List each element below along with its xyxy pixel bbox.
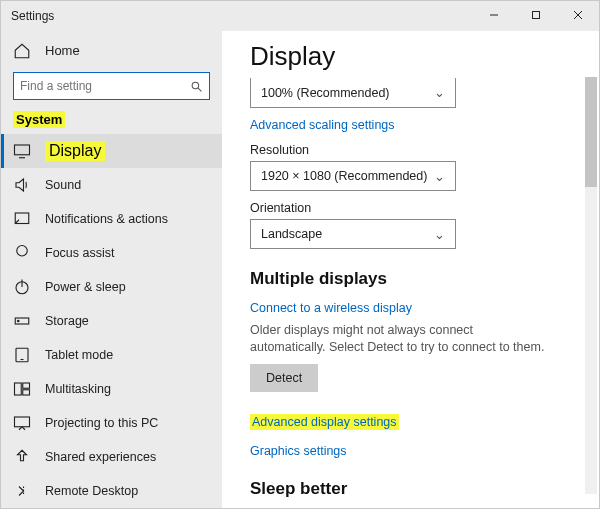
nav-label: Shared experiences (45, 450, 156, 464)
nav-label: Remote Desktop (45, 484, 138, 498)
display-icon (13, 142, 31, 160)
orientation-label: Orientation (250, 201, 571, 215)
svg-rect-17 (23, 390, 30, 395)
svg-rect-6 (15, 145, 30, 155)
home-nav[interactable]: Home (1, 37, 222, 64)
nav-item-storage[interactable]: Storage (1, 304, 222, 338)
nav-item-power[interactable]: Power & sleep (1, 270, 222, 304)
chevron-down-icon: ⌄ (434, 169, 445, 184)
content: Home System Display Sound Notifications … (1, 31, 599, 508)
share-icon (13, 448, 31, 466)
orientation-dropdown[interactable]: Landscape ⌄ (250, 219, 456, 249)
advanced-scaling-link[interactable]: Advanced scaling settings (250, 118, 395, 132)
category-wrap: System (1, 110, 222, 128)
adv-display-wrap: Advanced display settings (250, 410, 571, 430)
scale-dropdown[interactable]: 100% (Recommended) ⌄ (250, 78, 456, 108)
tablet-icon (13, 346, 31, 364)
nav-list: Display Sound Notifications & actions Fo… (1, 134, 222, 508)
main-panel: Display 100% (Recommended) ⌄ Advanced sc… (222, 31, 599, 508)
search-input[interactable] (14, 79, 183, 93)
titlebar: Settings (1, 1, 599, 31)
wireless-display-link[interactable]: Connect to a wireless display (250, 301, 412, 315)
svg-point-12 (18, 320, 20, 322)
multitask-icon (13, 380, 31, 398)
settings-window: Settings Home System (0, 0, 600, 509)
sidebar: Home System Display Sound Notifications … (1, 31, 222, 508)
nav-label: Sound (45, 178, 81, 192)
scrollbar-track (585, 77, 597, 494)
nav-item-multitasking[interactable]: Multitasking (1, 372, 222, 406)
minimize-button[interactable] (473, 1, 515, 29)
svg-line-5 (198, 88, 201, 91)
detect-button[interactable]: Detect (250, 364, 318, 392)
page-title: Display (250, 41, 571, 72)
graphics-settings-link[interactable]: Graphics settings (250, 444, 347, 458)
nav-label: Notifications & actions (45, 212, 168, 226)
category-label: System (13, 111, 65, 128)
scrollbar[interactable] (585, 65, 597, 506)
nav-item-shared[interactable]: Shared experiences (1, 440, 222, 474)
storage-icon (13, 312, 31, 330)
svg-rect-1 (533, 12, 540, 19)
svg-point-4 (192, 82, 199, 89)
remote-icon (13, 482, 31, 500)
home-icon (13, 42, 31, 60)
nav-label: Multitasking (45, 382, 111, 396)
graphics-wrap: Graphics settings (250, 440, 571, 459)
older-displays-text: Older displays might not always connect … (250, 322, 550, 356)
multiple-displays-heading: Multiple displays (250, 269, 571, 289)
close-button[interactable] (557, 1, 599, 29)
notifications-icon (13, 210, 31, 228)
maximize-button[interactable] (515, 1, 557, 29)
sleep-better-text: Night light can help you get to sleep by… (250, 507, 550, 508)
power-icon (13, 278, 31, 296)
nav-label: Focus assist (45, 246, 114, 260)
svg-rect-16 (23, 383, 30, 388)
nav-label: Projecting to this PC (45, 416, 158, 430)
resolution-value: 1920 × 1080 (Recommended) (261, 169, 427, 183)
project-icon (13, 414, 31, 432)
advanced-display-settings-link[interactable]: Advanced display settings (250, 414, 399, 430)
nav-item-display[interactable]: Display (1, 134, 222, 168)
resolution-dropdown[interactable]: 1920 × 1080 (Recommended) ⌄ (250, 161, 456, 191)
chevron-down-icon: ⌄ (434, 85, 445, 100)
nav-label: Storage (45, 314, 89, 328)
svg-rect-18 (15, 417, 30, 427)
search-icon (183, 73, 209, 99)
window-title: Settings (1, 9, 54, 23)
scrollbar-thumb[interactable] (585, 77, 597, 187)
nav-label: Display (45, 141, 105, 161)
window-controls (473, 1, 599, 29)
sleep-better-heading: Sleep better (250, 479, 571, 499)
nav-item-notifications[interactable]: Notifications & actions (1, 202, 222, 236)
search-wrap (1, 72, 222, 110)
nav-item-tablet[interactable]: Tablet mode (1, 338, 222, 372)
scale-value: 100% (Recommended) (261, 86, 390, 100)
search-box[interactable] (13, 72, 210, 100)
nav-item-remote[interactable]: Remote Desktop (1, 474, 222, 508)
nav-item-focus[interactable]: Focus assist (1, 236, 222, 270)
home-label: Home (45, 43, 80, 58)
nav-item-projecting[interactable]: Projecting to this PC (1, 406, 222, 440)
chevron-down-icon: ⌄ (434, 227, 445, 242)
svg-rect-15 (15, 383, 22, 395)
nav-item-sound[interactable]: Sound (1, 168, 222, 202)
orientation-value: Landscape (261, 227, 322, 241)
nav-label: Tablet mode (45, 348, 113, 362)
sound-icon (13, 176, 31, 194)
focus-icon (13, 244, 31, 262)
resolution-label: Resolution (250, 143, 571, 157)
nav-label: Power & sleep (45, 280, 126, 294)
